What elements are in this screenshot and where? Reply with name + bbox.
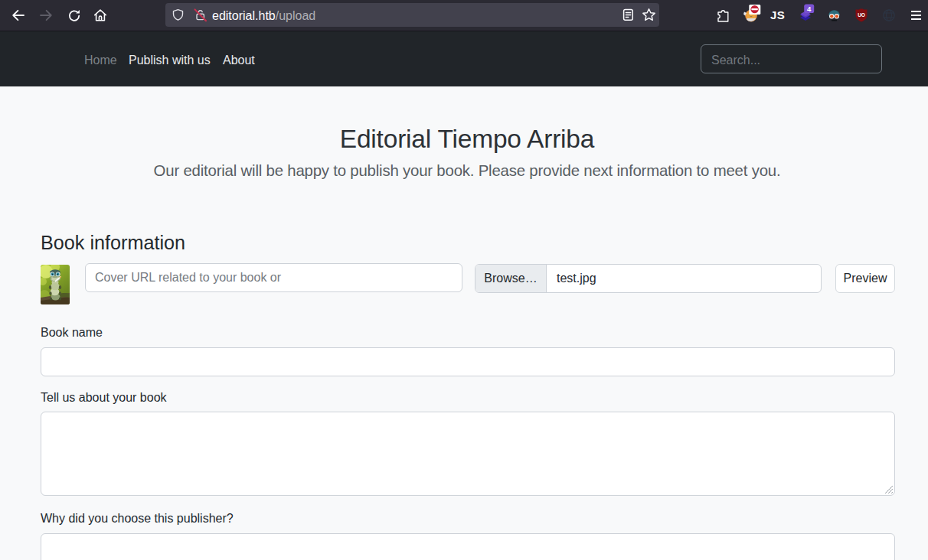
svg-text:4: 4 (807, 5, 812, 13)
svg-text:UO: UO (858, 12, 865, 18)
